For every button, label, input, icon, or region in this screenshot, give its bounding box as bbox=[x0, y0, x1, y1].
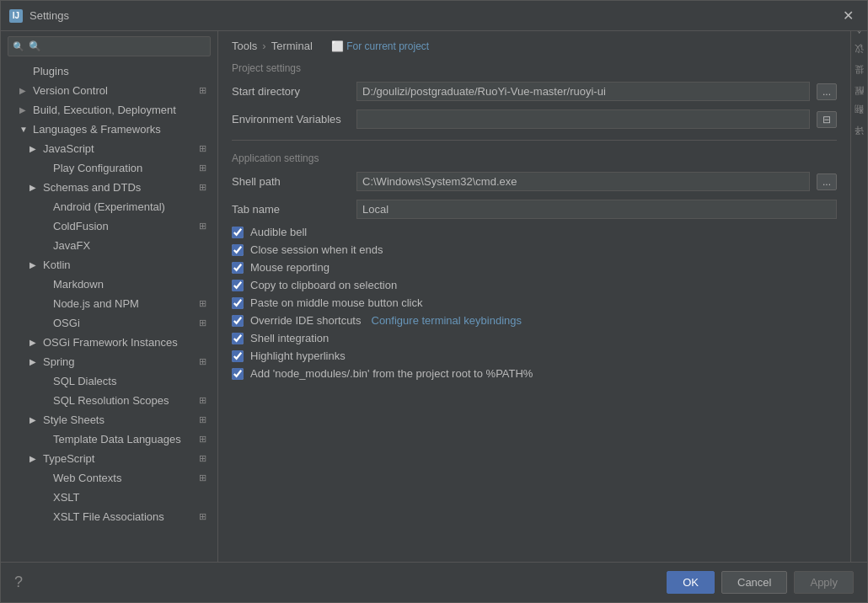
override-ide-label: Override IDE shortcuts bbox=[250, 314, 362, 327]
breadcrumb-tools: Tools bbox=[232, 40, 257, 52]
title-bar-left: IJ Settings bbox=[9, 9, 69, 23]
shell-path-input[interactable] bbox=[356, 172, 810, 191]
sidebar-item-nodejs[interactable]: Node.js and NPM ⊞ bbox=[1, 294, 217, 313]
badge-icon: ⊞ bbox=[199, 453, 211, 465]
strip-item-5[interactable]: 翻 bbox=[851, 119, 867, 125]
strip-item-4[interactable]: 醒 bbox=[851, 99, 867, 105]
sidebar-item-typescript[interactable]: ▶ TypeScript ⊞ bbox=[1, 449, 217, 468]
configure-keybindings-link[interactable]: Configure terminal keybindings bbox=[372, 314, 522, 327]
shell-path-label: Shell path bbox=[232, 175, 350, 188]
expand-arrow: ▶ bbox=[29, 415, 40, 424]
tab-name-label: Tab name bbox=[232, 203, 350, 216]
sidebar-item-schemas-dtd[interactable]: ▶ Schemas and DTDs ⊞ bbox=[1, 178, 217, 197]
badge-icon: ⊞ bbox=[199, 298, 211, 310]
badge-icon: ⊞ bbox=[199, 182, 211, 194]
search-box[interactable]: 🔍 bbox=[8, 36, 211, 56]
for-current-project[interactable]: ⬜ For current project bbox=[331, 40, 429, 52]
footer-buttons: OK Cancel Apply bbox=[667, 571, 854, 594]
strip-item-3[interactable]: 提 bbox=[851, 78, 867, 85]
sidebar-item-osgi-framework[interactable]: ▶ OSGi Framework Instances bbox=[1, 333, 217, 352]
expand-arrow: ▶ bbox=[19, 86, 29, 95]
right-strip: 会 议 提 醒 翻 译 bbox=[850, 31, 867, 562]
sidebar-item-play-config[interactable]: Play Configuration ⊞ bbox=[1, 158, 217, 178]
sidebar-item-plugins[interactable]: Plugins bbox=[1, 61, 217, 81]
badge-icon: ⊞ bbox=[199, 414, 211, 426]
checkbox-shell-integration: Shell integration bbox=[218, 329, 850, 347]
main-content: 🔍 Plugins ▶ Version Control ⊞ ▶ Build, E… bbox=[1, 31, 867, 562]
settings-dialog: IJ Settings ✕ 🔍 Plugins ▶ Version Contro… bbox=[0, 0, 868, 603]
badge-icon: ⊞ bbox=[199, 395, 211, 407]
badge-icon: ⊞ bbox=[199, 163, 211, 174]
sidebar-item-kotlin[interactable]: ▶ Kotlin bbox=[1, 255, 217, 275]
shell-path-browse-btn[interactable]: ... bbox=[817, 173, 837, 190]
main-panel: Tools › Terminal ⬜ For current project P… bbox=[218, 31, 850, 562]
expand-arrow: ▶ bbox=[29, 260, 40, 269]
close-session-checkbox[interactable] bbox=[232, 244, 244, 256]
env-vars-input[interactable] bbox=[356, 109, 810, 129]
env-vars-browse-btn[interactable]: ⊟ bbox=[817, 111, 837, 128]
add-node-modules-checkbox[interactable] bbox=[232, 368, 244, 380]
badge-icon: ⊞ bbox=[199, 472, 211, 484]
apply-button[interactable]: Apply bbox=[794, 571, 854, 594]
checkbox-audible-bell: Audible bell bbox=[218, 223, 850, 241]
copy-clipboard-label: Copy to clipboard on selection bbox=[250, 279, 397, 291]
cancel-button[interactable]: Cancel bbox=[721, 571, 787, 594]
strip-item-1[interactable]: 会 bbox=[851, 38, 867, 45]
app-icon: IJ bbox=[9, 9, 23, 23]
start-directory-browse-btn[interactable]: ... bbox=[817, 83, 837, 100]
shell-integration-checkbox[interactable] bbox=[232, 333, 244, 344]
sidebar-item-style-sheets[interactable]: ▶ Style Sheets ⊞ bbox=[1, 410, 217, 430]
highlight-hyperlinks-label: Highlight hyperlinks bbox=[250, 350, 346, 362]
close-button[interactable]: ✕ bbox=[838, 6, 859, 25]
app-settings-label: Application settings bbox=[218, 147, 850, 168]
ok-button[interactable]: OK bbox=[667, 571, 715, 594]
strip-item-2[interactable]: 议 bbox=[851, 58, 867, 65]
checkbox-override-ide: Override IDE shortcuts Configure termina… bbox=[218, 312, 850, 329]
expand-arrow: ▶ bbox=[29, 338, 40, 347]
window-title: Settings bbox=[29, 9, 69, 22]
copy-clipboard-checkbox[interactable] bbox=[232, 280, 244, 291]
expand-arrow: ▶ bbox=[29, 183, 40, 192]
shell-integration-label: Shell integration bbox=[250, 332, 329, 344]
sidebar-item-template-data[interactable]: Template Data Languages ⊞ bbox=[1, 430, 217, 449]
paste-middle-checkbox[interactable] bbox=[232, 297, 244, 309]
checkbox-copy-clipboard: Copy to clipboard on selection bbox=[218, 276, 850, 294]
strip-item-6[interactable]: 译 bbox=[851, 139, 867, 146]
start-directory-input[interactable] bbox=[356, 82, 810, 101]
audible-bell-checkbox[interactable] bbox=[232, 227, 244, 238]
sidebar-item-lang-frameworks[interactable]: ▼ Languages & Frameworks bbox=[1, 120, 217, 139]
start-directory-label: Start directory bbox=[232, 85, 350, 98]
sidebar-item-spring[interactable]: ▶ Spring ⊞ bbox=[1, 352, 217, 371]
checkbox-mouse-reporting: Mouse reporting bbox=[218, 259, 850, 276]
sidebar-item-build-exec[interactable]: ▶ Build, Execution, Deployment bbox=[1, 100, 217, 120]
env-vars-label: Environment Variables bbox=[232, 113, 350, 125]
sidebar-item-xslt[interactable]: XSLT bbox=[1, 488, 217, 507]
sidebar-item-coldfusion[interactable]: ColdFusion ⊞ bbox=[1, 216, 217, 236]
sidebar-item-web-contexts[interactable]: Web Contexts ⊞ bbox=[1, 468, 217, 488]
badge-icon: ⊞ bbox=[199, 356, 211, 368]
sidebar-item-javascript[interactable]: ▶ JavaScript ⊞ bbox=[1, 139, 217, 158]
search-input[interactable] bbox=[8, 36, 211, 56]
sidebar-item-sql-resolution[interactable]: SQL Resolution Scopes ⊞ bbox=[1, 391, 217, 410]
override-ide-checkbox[interactable] bbox=[232, 315, 244, 327]
title-bar: IJ Settings ✕ bbox=[1, 1, 867, 31]
expand-arrow: ▶ bbox=[19, 105, 29, 115]
badge-icon: ⊞ bbox=[199, 318, 211, 329]
footer: ? OK Cancel Apply bbox=[1, 562, 867, 602]
close-session-label: Close session when it ends bbox=[250, 243, 383, 256]
help-button[interactable]: ? bbox=[14, 574, 23, 591]
sidebar-item-markdown[interactable]: Markdown bbox=[1, 275, 217, 294]
sidebar-item-osgi[interactable]: OSGi ⊞ bbox=[1, 313, 217, 333]
shell-path-row: Shell path ... bbox=[218, 168, 850, 195]
sidebar-item-android[interactable]: Android (Experimental) bbox=[1, 197, 217, 216]
mouse-reporting-checkbox[interactable] bbox=[232, 262, 244, 274]
tab-name-input[interactable] bbox=[356, 200, 837, 219]
expand-arrow: ▼ bbox=[19, 125, 29, 134]
sidebar-item-javafx[interactable]: JavaFX bbox=[1, 236, 217, 255]
badge-icon: ⊞ bbox=[199, 221, 211, 232]
sidebar-item-sql-dialects[interactable]: SQL Dialects bbox=[1, 371, 217, 391]
sidebar-item-xslt-file[interactable]: XSLT File Associations ⊞ bbox=[1, 507, 217, 526]
expand-arrow: ▶ bbox=[29, 144, 40, 153]
sidebar-item-version-control[interactable]: ▶ Version Control ⊞ bbox=[1, 81, 217, 100]
highlight-hyperlinks-checkbox[interactable] bbox=[232, 350, 244, 362]
